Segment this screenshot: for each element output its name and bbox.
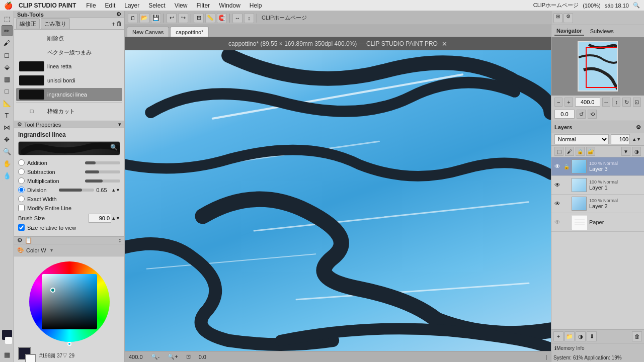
- slider-subtraction[interactable]: [85, 170, 120, 173]
- undo-btn[interactable]: ↩: [167, 13, 177, 23]
- check-modifyentire[interactable]: [18, 205, 25, 211]
- nav-flip-h[interactable]: ↔: [602, 98, 610, 107]
- brushsize-input[interactable]: [89, 214, 111, 223]
- color-grid-icon[interactable]: ▦: [2, 349, 13, 360]
- radio-subtraction[interactable]: [18, 168, 25, 175]
- tool-zoom[interactable]: 🔍: [2, 146, 13, 157]
- layer-mask-btn[interactable]: ◑: [632, 147, 641, 156]
- home-link-toolbar[interactable]: CLIPホームページ: [260, 14, 309, 22]
- layer-lock-paper[interactable]: [563, 219, 570, 226]
- lock-transparent-btn[interactable]: ⬚: [554, 147, 564, 156]
- opacity-input[interactable]: [611, 134, 630, 144]
- nav-reset-angle[interactable]: ↺: [577, 110, 586, 119]
- radio-addition[interactable]: [18, 159, 25, 166]
- subtool-item-linearetta[interactable]: linea retta: [16, 60, 122, 73]
- nav-rotate[interactable]: ↻: [622, 98, 630, 107]
- layer-eye-layer2[interactable]: 👁: [553, 200, 561, 208]
- menu-select[interactable]: Select: [144, 1, 169, 10]
- layer-delete-btn[interactable]: 🗑: [632, 331, 642, 341]
- radio-division[interactable]: [18, 187, 25, 193]
- tool-move[interactable]: ✥: [2, 134, 13, 145]
- statusbar-fit-btn[interactable]: ⊡: [186, 353, 191, 360]
- rt-btn-new[interactable]: ⊞: [553, 13, 562, 23]
- slider-division[interactable]: [59, 189, 94, 192]
- tab-cappottino[interactable]: cappottino*: [170, 27, 209, 37]
- layer-lock-layer1[interactable]: [563, 182, 570, 189]
- tool-props-extra-icon[interactable]: ▾: [118, 121, 121, 128]
- subtool-item-uniscibordi[interactable]: unisci bordi: [16, 74, 122, 87]
- bg-swatch[interactable]: [25, 354, 36, 362]
- menu-home-link[interactable]: CLIPホームページ: [533, 2, 579, 9]
- layer-eye-paper[interactable]: 👁: [553, 218, 561, 226]
- redo-btn[interactable]: ↪: [178, 13, 188, 23]
- tool-text[interactable]: T: [2, 110, 13, 121]
- division-spinner[interactable]: ▲▼: [111, 188, 120, 193]
- tab-new-canvas[interactable]: New Canvas: [127, 27, 169, 37]
- color-wheel-container[interactable]: [29, 261, 110, 342]
- layer-merge-btn[interactable]: ⬇: [587, 331, 597, 341]
- new-canvas-btn[interactable]: 🗒: [128, 13, 138, 23]
- tool-pen[interactable]: ✏: [2, 25, 13, 36]
- layer-mask-add-btn[interactable]: ◑: [576, 331, 586, 341]
- layer-lock-layer3[interactable]: 🔒: [563, 163, 570, 170]
- layer-lock-layer2[interactable]: [563, 200, 570, 207]
- tool-eraser[interactable]: ◻: [2, 49, 13, 60]
- flip-v-btn[interactable]: ↕: [244, 13, 254, 23]
- subtool-item-vectorpinch[interactable]: ベクター線つまみ: [16, 46, 122, 59]
- canvas-viewport[interactable]: [125, 50, 551, 351]
- tool-ruler[interactable]: 📐: [2, 98, 13, 109]
- nav-ctrl-extra[interactable]: ⟲: [588, 110, 597, 119]
- radio-exactwidth[interactable]: [18, 196, 25, 202]
- tool-hand[interactable]: ✋: [2, 158, 13, 169]
- tool-gradient[interactable]: ▦: [2, 73, 13, 84]
- layer-clip-btn[interactable]: ▼: [621, 147, 630, 156]
- nav-zoom-out[interactable]: −: [554, 98, 562, 107]
- subtool-btn-linecorrect[interactable]: 線修正: [16, 18, 40, 29]
- brushsize-spinner[interactable]: ▲▼: [111, 216, 120, 221]
- subtool-btn-dustremove[interactable]: ごみ取り: [41, 18, 70, 29]
- layer-folder-btn[interactable]: 📁: [565, 331, 575, 341]
- subtool-item-ingrandisci[interactable]: ingrandisci linea: [16, 88, 122, 101]
- ruler-btn[interactable]: 📏: [205, 13, 215, 23]
- layer-add-btn[interactable]: +: [553, 331, 564, 341]
- rt-btn-settings[interactable]: ⚙: [564, 13, 573, 23]
- search-icon[interactable]: 🔍: [633, 2, 640, 9]
- subtool-add-icon[interactable]: +: [111, 20, 115, 28]
- menu-file[interactable]: File: [82, 1, 100, 10]
- nav-angle-input[interactable]: [554, 110, 575, 119]
- lock-move-btn[interactable]: 🔒: [576, 147, 585, 156]
- menu-window[interactable]: Window: [215, 1, 245, 10]
- layer-eye-layer3[interactable]: 👁: [553, 162, 561, 170]
- layer-item-paper[interactable]: 👁 Paper: [551, 213, 644, 232]
- statusbar-zoom-btn2[interactable]: 🔍+: [168, 353, 178, 360]
- lock-brush-btn[interactable]: 🖌: [565, 147, 574, 156]
- settings-icon[interactable]: ⚙: [116, 11, 121, 18]
- tool-props-icon3[interactable]: ↕: [118, 237, 121, 244]
- tool-props-icon1[interactable]: ⚙: [17, 237, 23, 244]
- nav-zoom-input[interactable]: [575, 98, 600, 107]
- menu-edit[interactable]: Edit: [101, 1, 120, 10]
- flip-h-btn[interactable]: ↔: [232, 13, 243, 23]
- check-size-relative[interactable]: [18, 224, 25, 231]
- apple-icon[interactable]: 🍎: [4, 2, 13, 10]
- layers-settings-icon[interactable]: ⚙: [636, 124, 641, 131]
- subtool-trash-icon[interactable]: 🗑: [116, 20, 122, 27]
- layer-item-layer1[interactable]: 👁 100 % Normal Layer 1: [551, 176, 644, 195]
- radio-multiplication[interactable]: [18, 177, 25, 184]
- tool-eyedrop[interactable]: 💧: [2, 170, 13, 181]
- tool-figure[interactable]: □: [2, 85, 13, 97]
- nav-flip-v[interactable]: ↕: [612, 98, 620, 107]
- brush-preview-search-icon[interactable]: 🔍: [110, 144, 118, 151]
- grid-btn[interactable]: ⊞: [194, 13, 204, 23]
- layer-item-layer3[interactable]: 👁 🔒 100 % Normal Layer 3: [551, 157, 644, 176]
- menu-help[interactable]: Help: [246, 1, 266, 10]
- statusbar-zoom-btn[interactable]: 🔍-: [151, 353, 160, 360]
- lock-all-btn[interactable]: 🔐: [586, 147, 595, 156]
- opacity-spinner[interactable]: ▲▼: [632, 137, 641, 142]
- tool-fill[interactable]: ⬙: [2, 61, 13, 72]
- save-btn[interactable]: 💾: [151, 13, 161, 23]
- blend-mode-select[interactable]: Normal: [554, 134, 609, 144]
- layer-item-layer2[interactable]: 👁 100 % Normal Layer 2: [551, 195, 644, 213]
- layer-eye-layer1[interactable]: 👁: [553, 181, 561, 189]
- open-btn[interactable]: 📂: [139, 13, 149, 23]
